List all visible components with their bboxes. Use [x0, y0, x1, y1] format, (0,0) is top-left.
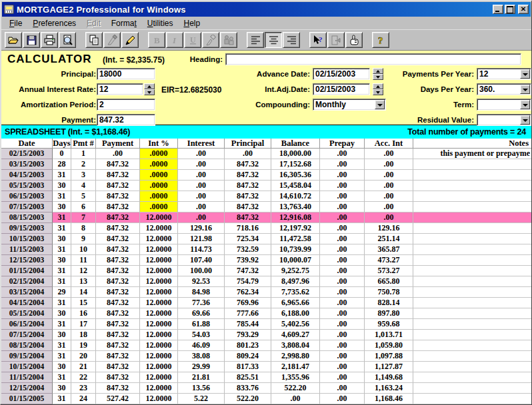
save-button[interactable]: [23, 32, 40, 48]
cell-principal[interactable]: 777.66: [225, 308, 271, 319]
cell-pmt[interactable]: 21: [71, 362, 96, 372]
cell-payment[interactable]: 847.32: [96, 351, 140, 362]
cell-days[interactable]: 31: [53, 170, 71, 181]
residual-value-select[interactable]: [477, 114, 531, 126]
cell-acc-int[interactable]: 573.27: [365, 266, 413, 276]
cell-interest[interactable]: 21.81: [178, 372, 225, 383]
cell-balance[interactable]: .00: [271, 394, 320, 404]
cell-interest[interactable]: 69.66: [178, 308, 225, 319]
days-per-year-select[interactable]: 360.: [477, 83, 531, 95]
cell-acc-int[interactable]: 129.16: [365, 223, 413, 234]
cell-days[interactable]: 30: [53, 181, 71, 191]
cell-date[interactable]: 01/15/2005: [1, 394, 53, 404]
cell-notes[interactable]: [413, 255, 531, 266]
cell-days[interactable]: 30: [53, 308, 71, 319]
menu-format[interactable]: Format: [106, 17, 142, 29]
cell-pmt[interactable]: 22: [71, 372, 96, 383]
cell-int[interactable]: .0000: [140, 202, 178, 212]
cell-pmt[interactable]: 3: [71, 170, 96, 181]
cell-notes[interactable]: [413, 383, 531, 394]
cell-acc-int[interactable]: .00: [365, 202, 413, 212]
cell-int[interactable]: 12.0000: [140, 212, 178, 223]
cell-balance[interactable]: 4,609.27: [271, 330, 320, 340]
table-row[interactable]: 04/15/2003313847.32.0000.00847.3216,305.…: [1, 170, 531, 181]
cell-payment[interactable]: 847.32: [96, 223, 140, 234]
cell-payment[interactable]: 847.32: [96, 212, 140, 223]
cell-interest[interactable]: 54.03: [178, 330, 225, 340]
annual-interest-rate-input[interactable]: [97, 83, 143, 95]
cell-pmt[interactable]: 23: [71, 383, 96, 394]
cell-notes[interactable]: [413, 287, 531, 298]
cell-date[interactable]: 10/15/2004: [1, 362, 53, 372]
cell-interest[interactable]: 84.98: [178, 287, 225, 298]
cell-principal[interactable]: 817.33: [225, 362, 271, 372]
cell-pmt[interactable]: 24: [71, 394, 96, 404]
cell-balance[interactable]: 12,197.92: [271, 223, 320, 234]
exit-button[interactable]: [327, 32, 345, 48]
cell-principal[interactable]: 847.32: [225, 202, 271, 212]
chevron-down-icon[interactable]: [375, 100, 385, 109]
cell-prepay[interactable]: .00: [320, 181, 365, 191]
table-row[interactable]: 02/15/20043113847.3212.000092.53754.798,…: [1, 276, 531, 287]
cell-prepay[interactable]: .00: [320, 308, 365, 319]
cell-notes[interactable]: [413, 330, 531, 340]
cell-interest[interactable]: 129.16: [178, 223, 225, 234]
cell-payment[interactable]: 527.42: [96, 394, 140, 404]
cell-prepay[interactable]: .00: [320, 287, 365, 298]
cell-payment[interactable]: 847.32: [96, 383, 140, 394]
menu-file[interactable]: File: [4, 17, 27, 29]
cell-notes[interactable]: [413, 181, 531, 191]
cell-principal[interactable]: 732.59: [225, 244, 271, 255]
edit-pencil-button[interactable]: [121, 32, 139, 48]
payments-per-year-select[interactable]: 12: [477, 68, 531, 80]
table-row[interactable]: 09/15/20043120847.3212.000038.08809.242,…: [1, 351, 531, 362]
cell-pmt[interactable]: 2: [71, 159, 96, 170]
minimize-button[interactable]: [493, 5, 503, 14]
table-row[interactable]: 05/15/20043016847.3212.000069.66777.666,…: [1, 308, 531, 319]
cell-int[interactable]: 12.0000: [140, 255, 178, 266]
cell-balance[interactable]: 17,152.68: [271, 159, 320, 170]
cell-prepay[interactable]: .00: [320, 149, 365, 159]
cell-pmt[interactable]: 17: [71, 319, 96, 330]
cell-pmt[interactable]: 9: [71, 234, 96, 244]
cell-days[interactable]: 31: [53, 351, 71, 362]
cell-interest[interactable]: 46.09: [178, 340, 225, 351]
cell-days[interactable]: 31: [53, 223, 71, 234]
context-help-button[interactable]: ?: [309, 32, 327, 48]
cell-payment[interactable]: 847.32: [96, 266, 140, 276]
cell-payment[interactable]: 847.32: [96, 255, 140, 266]
cell-interest[interactable]: 61.88: [178, 319, 225, 330]
cell-acc-int[interactable]: .00: [365, 159, 413, 170]
cell-days[interactable]: 31: [53, 276, 71, 287]
cell-notes[interactable]: [413, 372, 531, 383]
cell-days[interactable]: 31: [53, 319, 71, 330]
term-select[interactable]: [477, 99, 531, 111]
cell-principal[interactable]: 833.76: [225, 383, 271, 394]
int-adj-date-spinner[interactable]: [373, 83, 383, 95]
cell-principal[interactable]: 847.32: [225, 212, 271, 223]
cell-interest[interactable]: .00: [178, 202, 225, 212]
cell-date[interactable]: 08/15/2003: [1, 212, 53, 223]
table-row[interactable]: 03/15/20042914847.3212.000084.98762.347,…: [1, 287, 531, 298]
cell-balance[interactable]: 6,965.66: [271, 298, 320, 308]
cell-acc-int[interactable]: 959.68: [365, 319, 413, 330]
cell-balance[interactable]: 10,000.07: [271, 255, 320, 266]
cell-interest[interactable]: 92.53: [178, 276, 225, 287]
heading-input[interactable]: [225, 53, 521, 65]
cell-date[interactable]: 05/15/2003: [1, 181, 53, 191]
cell-balance[interactable]: 2,998.80: [271, 351, 320, 362]
cell-pmt[interactable]: 8: [71, 223, 96, 234]
cell-interest[interactable]: .00: [178, 170, 225, 181]
cell-int[interactable]: .0000: [140, 149, 178, 159]
cell-days[interactable]: 31: [53, 212, 71, 223]
table-row[interactable]: 07/15/20043018847.3212.000054.03793.294,…: [1, 330, 531, 340]
cell-int[interactable]: 12.0000: [140, 244, 178, 255]
cell-payment[interactable]: 847.32: [96, 362, 140, 372]
cell-balance[interactable]: 16,305.36: [271, 170, 320, 181]
cell-interest[interactable]: 114.73: [178, 244, 225, 255]
table-row[interactable]: 01/15/20053124527.4212.00005.22522.20.00…: [1, 394, 531, 404]
cell-date[interactable]: 02/15/2003: [1, 149, 53, 159]
payment-input[interactable]: [97, 114, 155, 126]
cell-payment[interactable]: 847.32: [96, 159, 140, 170]
cell-balance[interactable]: 7,735.62: [271, 287, 320, 298]
